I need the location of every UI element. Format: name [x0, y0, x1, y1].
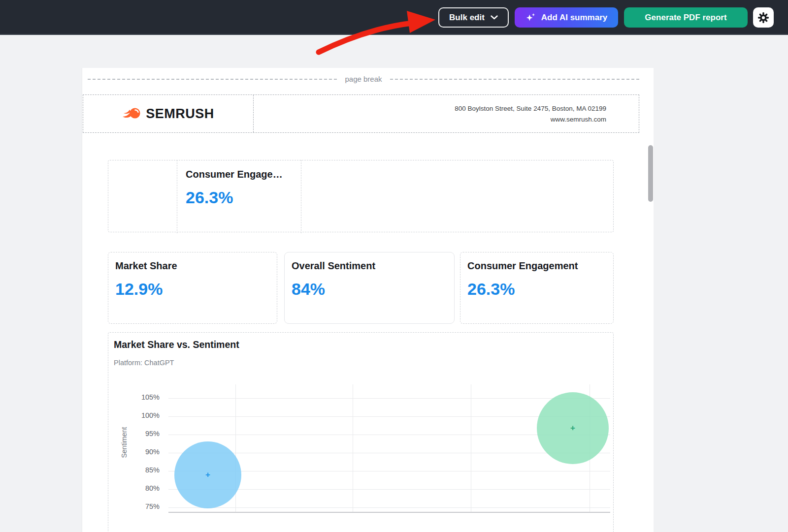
logo-cell: SEMRUSH	[83, 95, 254, 132]
kpi-title: Consumer Engagement	[467, 260, 613, 272]
bubble-chart-widget[interactable]: Market Share vs. Sentiment Platform: Cha…	[108, 332, 614, 532]
gear-icon	[757, 12, 769, 24]
data-bubble-blue[interactable]: +	[174, 441, 241, 508]
y-tick: 100%	[128, 411, 160, 419]
period-bar: Period Jun 11, 2025 – Jun 17, 2025 Compa…	[0, 35, 788, 68]
x-axis-line	[168, 512, 610, 513]
company-address: 800 Boylston Street, Suite 2475, Boston,…	[455, 105, 606, 112]
gridline	[471, 384, 471, 512]
bubble-center-marker: +	[205, 470, 210, 480]
sparkles-icon	[525, 12, 536, 23]
widget-row-container[interactable]: Consumer Engage… 26.3%	[108, 160, 614, 232]
generate-pdf-button[interactable]: Generate PDF report	[624, 7, 748, 28]
consumer-engagement-mini-widget[interactable]: Consumer Engage… 26.3%	[177, 160, 301, 233]
bubble-center-marker: +	[570, 423, 575, 433]
y-tick: 95%	[128, 430, 160, 438]
top-toolbar: Bulk edit Add AI summary Generate PDF re…	[0, 0, 788, 35]
chart-title: Market Share vs. Sentiment	[114, 339, 239, 350]
y-tick: 105%	[128, 393, 160, 401]
widget-value: 26.3%	[186, 188, 301, 207]
kpi-title: Market Share	[115, 260, 277, 272]
add-ai-summary-button[interactable]: Add AI summary	[515, 7, 618, 28]
screen: Bulk edit Add AI summary Generate PDF re…	[0, 0, 788, 532]
page-break-label: page break	[337, 75, 390, 83]
y-tick: 85%	[128, 466, 160, 474]
widget-title: Consumer Engage…	[186, 169, 301, 180]
gridline	[168, 398, 610, 399]
brand-wordmark: SEMRUSH	[146, 106, 214, 122]
generate-pdf-label: Generate PDF report	[645, 13, 726, 23]
add-ai-summary-label: Add AI summary	[541, 13, 607, 23]
y-tick: 75%	[128, 502, 160, 510]
settings-button[interactable]	[753, 7, 774, 28]
data-bubble-green[interactable]: +	[537, 392, 609, 464]
kpi-value: 84%	[292, 280, 454, 299]
y-tick: 80%	[128, 484, 160, 492]
semrush-logo-icon	[122, 107, 141, 121]
company-website: www.semrush.com	[551, 116, 606, 123]
chart-subtitle: Platform: ChatGPT	[114, 359, 174, 367]
kpi-title: Overall Sentiment	[292, 260, 454, 272]
kpi-value: 12.9%	[115, 280, 277, 299]
report-header-widget[interactable]: SEMRUSH 800 Boylston Street, Suite 2475,…	[83, 94, 639, 133]
page-break-divider: page break	[88, 75, 639, 83]
vertical-scrollbar-thumb[interactable]	[648, 145, 653, 202]
kpi-value: 26.3%	[467, 280, 613, 299]
gridline	[353, 384, 353, 512]
y-tick: 90%	[128, 448, 160, 456]
report-canvas: page break SEMRUSH 800 Boylston Street, …	[82, 68, 654, 532]
kpi-card-market-share[interactable]: Market Share 12.9%	[108, 252, 277, 324]
gridline	[168, 453, 610, 453]
y-axis-label: Sentiment	[120, 423, 128, 462]
kpi-card-overall-sentiment[interactable]: Overall Sentiment 84%	[284, 252, 455, 324]
chevron-down-icon	[491, 15, 498, 20]
address-cell: 800 Boylston Street, Suite 2475, Boston,…	[254, 95, 639, 132]
gridline	[168, 507, 610, 508]
kpi-card-consumer-engagement[interactable]: Consumer Engagement 26.3%	[460, 252, 614, 324]
bulk-edit-label: Bulk edit	[449, 13, 485, 23]
bulk-edit-button[interactable]: Bulk edit	[438, 7, 509, 28]
